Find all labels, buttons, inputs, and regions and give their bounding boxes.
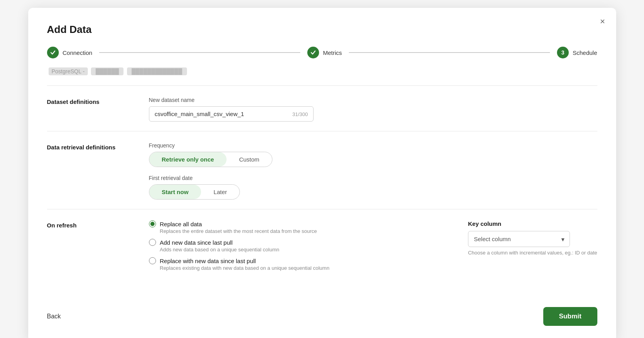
step-connection-label: Connection xyxy=(63,49,93,56)
frequency-custom-button[interactable]: Custom xyxy=(227,152,272,167)
radio-replace-new-label[interactable]: Replace with new data since last pull xyxy=(160,258,256,264)
footer: Back Submit xyxy=(47,301,597,326)
key-column-section: Key column Select column Choose a column… xyxy=(468,220,597,276)
data-retrieval-content: Frequency Retrieve only once Custom Firs… xyxy=(149,142,597,200)
key-column-label: Key column xyxy=(468,220,597,227)
step-connection: Connection xyxy=(47,47,93,58)
step-schedule-icon: 3 xyxy=(557,47,569,58)
radio-row-replace-new: Replace with new data since last pull xyxy=(149,257,437,264)
radio-row-replace-all: Replace all data xyxy=(149,220,437,227)
key-column-hint: Choose a column with incremental values,… xyxy=(468,250,597,256)
radio-section: Replace all data Replaces the entire dat… xyxy=(149,220,437,276)
submit-button[interactable]: Submit xyxy=(543,307,597,326)
dataset-name-char-count: 31/300 xyxy=(292,111,308,117)
close-button[interactable]: × xyxy=(600,17,605,26)
radio-add-new[interactable] xyxy=(149,239,156,246)
radio-item-replace-new: Replace with new data since last pull Re… xyxy=(149,257,437,271)
frequency-label: Frequency xyxy=(149,142,597,149)
step-connection-icon xyxy=(47,47,59,58)
step-line-1 xyxy=(99,52,300,53)
key-column-select[interactable]: Select column xyxy=(468,231,570,247)
on-refresh-section: On refresh Replace all data Replaces the… xyxy=(47,209,597,285)
radio-add-new-label[interactable]: Add new data since last pull xyxy=(160,239,233,246)
step-metrics: Metrics xyxy=(307,47,342,58)
connection-redacted-1: ██████ xyxy=(91,67,124,75)
dataset-name-input-wrap: 31/300 xyxy=(149,106,314,122)
on-refresh-inner: Replace all data Replaces the entire dat… xyxy=(149,220,597,276)
stepper: Connection Metrics 3 Schedule xyxy=(47,47,597,58)
first-retrieval-toggle-group: Start now Later xyxy=(149,184,240,200)
step-metrics-label: Metrics xyxy=(323,49,342,56)
connection-info: PostgreSQL - ██████ █████████████ xyxy=(47,68,597,75)
dataset-definitions-section: Dataset definitions New dataset name 31/… xyxy=(47,85,597,131)
frequency-toggle-group: Retrieve only once Custom xyxy=(149,152,272,167)
add-data-modal: × Add Data Connection Metrics 3 Schedule xyxy=(28,8,616,338)
on-refresh-label: On refresh xyxy=(47,220,149,276)
dataset-name-input[interactable] xyxy=(149,106,314,122)
radio-replace-all-desc: Replaces the entire dataset with the mos… xyxy=(160,228,437,234)
radio-item-replace-all: Replace all data Replaces the entire dat… xyxy=(149,220,437,234)
step-schedule: 3 Schedule xyxy=(557,47,597,58)
back-button[interactable]: Back xyxy=(47,309,61,324)
radio-row-add-new: Add new data since last pull xyxy=(149,239,437,246)
frequency-retrieve-once-button[interactable]: Retrieve only once xyxy=(149,152,227,167)
dataset-definitions-content: New dataset name 31/300 xyxy=(149,97,597,122)
data-retrieval-label: Data retrieval definitions xyxy=(47,142,149,200)
dataset-name-label: New dataset name xyxy=(149,97,597,103)
radio-add-new-desc: Adds new data based on a unique sequenti… xyxy=(160,247,437,253)
step-schedule-label: Schedule xyxy=(573,49,597,56)
modal-title: Add Data xyxy=(47,24,597,36)
on-refresh-content: Replace all data Replaces the entire dat… xyxy=(149,220,597,276)
radio-replace-all[interactable] xyxy=(149,220,156,227)
connection-redacted-2: █████████████ xyxy=(127,67,187,75)
first-retrieval-later-button[interactable]: Later xyxy=(201,185,239,199)
radio-replace-all-label[interactable]: Replace all data xyxy=(160,221,202,227)
first-retrieval-start-now-button[interactable]: Start now xyxy=(149,185,201,199)
first-retrieval-label: First retrieval date xyxy=(149,175,597,181)
radio-item-add-new: Add new data since last pull Adds new da… xyxy=(149,239,437,253)
key-column-select-wrap: Select column xyxy=(468,231,570,247)
step-line-2 xyxy=(349,52,550,53)
data-retrieval-section: Data retrieval definitions Frequency Ret… xyxy=(47,131,597,209)
dataset-definitions-label: Dataset definitions xyxy=(47,97,149,122)
radio-replace-new[interactable] xyxy=(149,257,156,264)
radio-replace-new-desc: Replaces existing data with new data bas… xyxy=(160,265,437,271)
step-metrics-icon xyxy=(307,47,319,58)
